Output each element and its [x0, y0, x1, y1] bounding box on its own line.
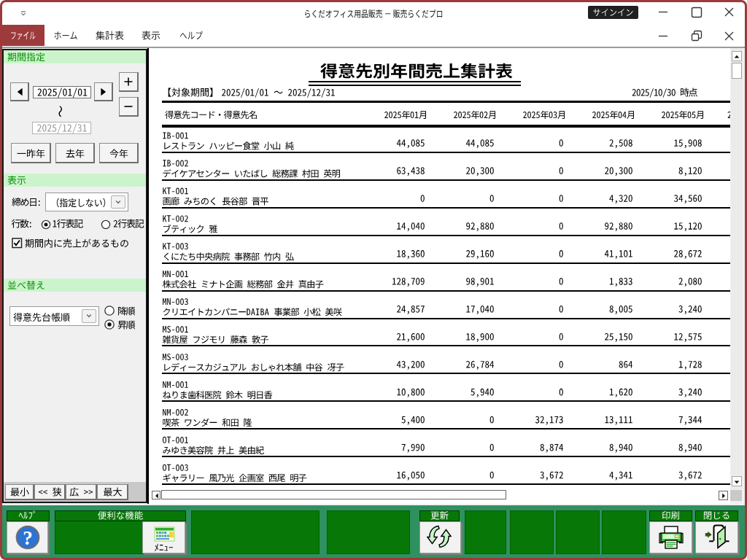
svg-text:?: ? — [23, 527, 33, 549]
